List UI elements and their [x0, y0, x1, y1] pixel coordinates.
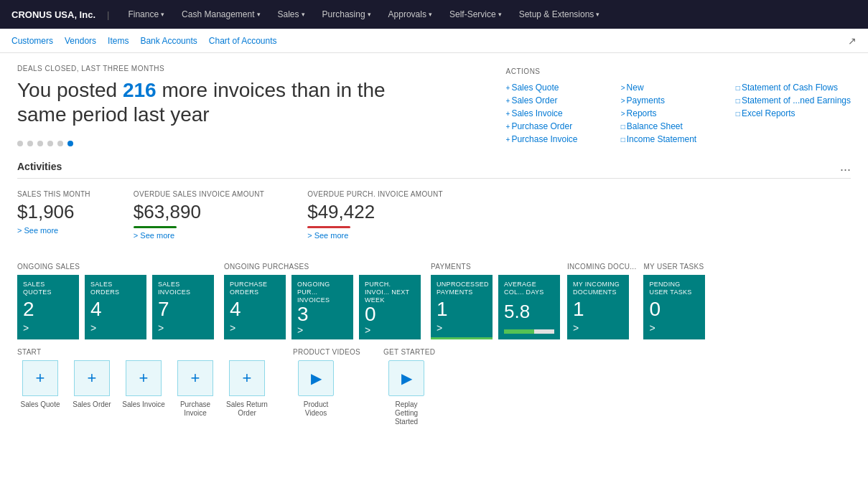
video-tile-replay-box[interactable]: ▶: [388, 360, 424, 396]
metric-overdue-sales-link[interactable]: > See more: [134, 231, 264, 240]
action-sales-quote[interactable]: + Sales Quote: [506, 83, 621, 93]
activities-more-button[interactable]: ···: [840, 162, 851, 177]
action-income-statement[interactable]: □ Income Statement: [621, 134, 736, 144]
activities-section: Activities ··· SALES THIS MONTH $1,906 >…: [0, 152, 868, 257]
start-tile-sales-return-order[interactable]: + Sales Return Order: [224, 360, 270, 418]
tile-incoming-documents-value: 1: [573, 299, 623, 319]
dot-3[interactable]: [37, 141, 43, 146]
tile-purch-invoi-next-week[interactable]: PURCH. INVOI... NEXT WEEK 0 >: [359, 275, 421, 339]
metric-overdue-sales-value: $63,890: [134, 201, 264, 223]
action-sales-order[interactable]: + Sales Order: [506, 95, 621, 105]
tile-sales-invoices-label: SALES INVOICES: [158, 281, 208, 296]
user-tasks-group: MY USER TASKS PENDING USER TASKS 0 >: [643, 263, 708, 339]
tile-sales-orders-value: 4: [90, 299, 141, 319]
tile-ongoing-pur-invoices[interactable]: ONGOING PUR... INVOICES 3 >: [291, 275, 353, 339]
action-purchase-invoice[interactable]: + Purchase Invoice: [506, 134, 621, 144]
subnav-vendors[interactable]: Vendors: [65, 36, 96, 46]
metric-sales-this-month: SALES THIS MONTH $1,906 > See more: [17, 190, 90, 240]
tile-sales-invoices[interactable]: SALES INVOICES 7 >: [152, 275, 214, 339]
action-new[interactable]: > New: [621, 83, 736, 93]
arrow-icon-3: >: [621, 110, 625, 118]
actions-panel: ACTIONS + Sales Quote + Sales Order + Sa…: [506, 65, 851, 146]
ongoing-sales-label: ONGOING SALES: [17, 263, 217, 271]
action-balance-sheet[interactable]: □ Balance Sheet: [621, 121, 736, 131]
metric-overdue-sales: OVERDUE SALES INVOICE AMOUNT $63,890 > S…: [134, 190, 264, 240]
subnav-customers[interactable]: Customers: [11, 36, 53, 46]
start-tile-sales-quote-box[interactable]: +: [22, 360, 58, 396]
tile-unprocessed-payments-arrow: >: [437, 322, 487, 334]
sales-chevron: ▾: [302, 11, 305, 18]
finance-chevron: ▾: [161, 11, 164, 18]
nav-item-cash-management[interactable]: Cash Management ▾: [174, 6, 267, 22]
ongoing-purchases-label: ONGOING PURCHASES: [224, 263, 424, 271]
metric-overdue-purch-value: $49,422: [307, 201, 443, 223]
dot-2[interactable]: [27, 141, 33, 146]
action-payments[interactable]: > Payments: [621, 95, 736, 105]
nav-item-sales[interactable]: Sales ▾: [271, 6, 312, 22]
subnav-items[interactable]: Items: [108, 36, 129, 46]
action-purchase-order[interactable]: + Purchase Order: [506, 121, 621, 131]
tile-avg-col-days[interactable]: AVERAGE COL... DAYS 5.8: [498, 275, 560, 339]
start-tile-sales-return-order-box[interactable]: +: [229, 360, 265, 396]
video-tile-product-videos[interactable]: ▶ Product Videos: [293, 360, 339, 418]
action-reports[interactable]: > Reports: [621, 108, 736, 118]
metric-sales-link[interactable]: > See more: [17, 226, 90, 235]
action-excel-reports[interactable]: □ Excel Reports: [736, 108, 851, 118]
metric-sales-value: $1,906: [17, 201, 90, 223]
start-tile-sales-quote[interactable]: + Sales Quote: [17, 360, 63, 418]
plus-icon-1: +: [506, 84, 510, 92]
plus-icon-4: +: [506, 123, 510, 131]
dot-4[interactable]: [47, 141, 53, 146]
start-tile-sales-invoice[interactable]: + Sales Invoice: [121, 360, 167, 418]
settings-icon[interactable]: ↗: [848, 35, 857, 47]
video-tile-product-videos-box[interactable]: ▶: [298, 360, 334, 396]
dot-1[interactable]: [17, 141, 23, 146]
dot-5[interactable]: [57, 141, 63, 146]
tile-sales-quotes-value: 2: [23, 299, 73, 319]
start-tile-sales-invoice-box[interactable]: +: [126, 360, 162, 396]
tile-pending-user-tasks[interactable]: PENDING USER TASKS 0 >: [643, 275, 705, 339]
all-tiles-row: ONGOING SALES SALES QUOTES 2 > SALES ORD…: [17, 263, 851, 339]
tile-sales-orders[interactable]: SALES ORDERS 4 >: [85, 275, 146, 339]
nav-item-approvals[interactable]: Approvals ▾: [381, 6, 439, 22]
start-tile-purchase-invoice[interactable]: + Purchase Invoice: [172, 360, 218, 418]
nav-item-setup[interactable]: Setup & Extensions ▾: [512, 6, 607, 22]
avg-col-bar: [504, 329, 534, 334]
dot-6-active[interactable]: [67, 141, 73, 146]
tile-pending-user-tasks-arrow: >: [649, 322, 699, 334]
subnav-chart-of-accounts[interactable]: Chart of Accounts: [209, 36, 277, 46]
action-retained-earnings[interactable]: □ Statement of ...ned Earnings: [736, 95, 851, 105]
incoming-docs-group: INCOMING DOCU... MY INCOMING DOCUMENTS 1…: [567, 263, 636, 339]
actions-col2: > New > Payments > Reports □ Balance She…: [621, 83, 736, 144]
nav-item-self-service[interactable]: Self-Service ▾: [442, 6, 509, 22]
approvals-chevron: ▾: [429, 11, 432, 18]
start-tile-purchase-invoice-label: Purchase Invoice: [172, 400, 218, 418]
video-tile-replay[interactable]: ▶ Replay Getting Started: [383, 360, 429, 426]
tile-purchase-orders[interactable]: PURCHASE ORDERS 4 >: [224, 275, 286, 339]
get-started-label: GET STARTED: [383, 348, 435, 356]
start-tile-sales-order[interactable]: + Sales Order: [69, 360, 115, 418]
metric-overdue-purch: OVERDUE PURCH. INVOICE AMOUNT $49,422 > …: [307, 190, 443, 240]
metric-overdue-purch-label: OVERDUE PURCH. INVOICE AMOUNT: [307, 190, 443, 198]
tile-avg-col-days-label: AVERAGE COL... DAYS: [504, 281, 554, 296]
start-tile-purchase-invoice-box[interactable]: +: [177, 360, 213, 396]
doc-icon-4: □: [736, 97, 740, 105]
tile-incoming-documents[interactable]: MY INCOMING DOCUMENTS 1 >: [567, 275, 629, 339]
tile-incoming-documents-label: MY INCOMING DOCUMENTS: [573, 281, 623, 296]
tile-unprocessed-payments[interactable]: UNPROCESSED PAYMENTS 1 >: [431, 275, 493, 339]
tile-sales-invoices-value: 7: [158, 299, 208, 319]
action-sales-invoice[interactable]: + Sales Invoice: [506, 108, 621, 118]
tile-incoming-documents-arrow: >: [573, 322, 623, 334]
nav-item-purchasing[interactable]: Purchasing ▾: [315, 6, 378, 22]
action-cash-flows[interactable]: □ Statement of Cash Flows: [736, 83, 851, 93]
metric-overdue-purch-link[interactable]: > See more: [307, 231, 443, 240]
tile-unprocessed-bar: [431, 337, 493, 339]
tile-purch-invoi-next-week-value: 0: [365, 304, 415, 324]
start-row: START + Sales Quote + Sales Order + Sale…: [17, 348, 851, 426]
start-tile-sales-order-box[interactable]: +: [74, 360, 110, 396]
nav-item-finance[interactable]: Finance ▾: [121, 6, 172, 22]
doc-icon-1: □: [621, 123, 625, 131]
subnav-bank-accounts[interactable]: Bank Accounts: [140, 36, 197, 46]
tile-purchase-orders-value: 4: [230, 299, 280, 319]
tile-sales-quotes[interactable]: SALES QUOTES 2 >: [17, 275, 79, 339]
